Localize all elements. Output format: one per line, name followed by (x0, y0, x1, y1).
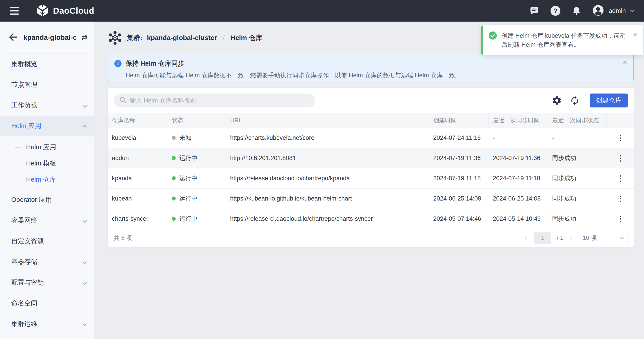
repo-last-sync-time: 2024-07-19 11:18 (488, 168, 548, 188)
banner-title: 保持 Helm 仓库同步 (126, 59, 184, 68)
notification-bell-icon[interactable] (572, 6, 582, 16)
sidebar-subitem-helm-templates[interactable]: — Helm 模板 (0, 155, 94, 172)
search-input[interactable] (130, 97, 310, 104)
search-icon (119, 96, 127, 105)
row-actions-button[interactable]: ⋮ (615, 193, 626, 204)
help-icon[interactable]: ? (550, 6, 561, 16)
row-actions-button[interactable]: ⋮ (615, 173, 626, 184)
repo-last-sync-status: 同步成功 (548, 148, 606, 168)
repo-name: kpanda (108, 168, 167, 188)
success-check-icon (488, 31, 497, 41)
toast-close-icon[interactable]: ✕ (632, 32, 638, 38)
sidebar-item-container-network[interactable]: 容器网络 (0, 210, 94, 231)
dash-icon: — (15, 176, 21, 183)
user-menu[interactable]: admin (592, 5, 634, 17)
repo-last-sync-status: 同步成功 (548, 168, 606, 188)
next-page-icon[interactable] (568, 236, 572, 240)
chevron-down-icon (82, 260, 87, 264)
sidebar-subitem-helm-repos[interactable]: — Helm 仓库 (0, 172, 94, 188)
status-dot (172, 156, 176, 160)
row-actions-button[interactable]: ⋮ (615, 132, 626, 143)
status-dot (172, 196, 176, 200)
repo-created: 2024-07-19 11:36 (429, 148, 488, 168)
back-arrow-icon[interactable] (8, 33, 18, 43)
breadcrumb-cluster: kpanda-global-cluster (147, 34, 217, 42)
breadcrumb-prefix: 集群: (127, 33, 142, 43)
page-total-label: / 1 (557, 234, 563, 241)
repo-last-sync-time: 2024-05-14 10:49 (488, 209, 548, 229)
toast-message: 创建 Helm 仓库 kubevela 任务下发成功，请稍后刷新 Helm 仓库… (502, 31, 627, 49)
repo-status: 运行中 (167, 148, 226, 168)
sidebar-item-workloads[interactable]: 工作负载 (0, 95, 94, 116)
repo-created: 2024-06-25 14:08 (429, 188, 488, 209)
main-content: 集群: kpanda-global-cluster / Helm 仓库 i 保持… (94, 22, 644, 339)
status-dot (172, 136, 176, 140)
table-footer: 共 5 项 / 1 10 项 (108, 229, 634, 247)
dash-icon: — (15, 160, 21, 167)
banner-description: Helm 仓库可能与远端 Helm 仓库数据不一致，您需要手动执行同步仓库操作，… (126, 71, 616, 79)
table-header-row: 仓库名称 状态 URL 创建时间 最近一次同步时间 最近一次同步状态 (108, 113, 634, 128)
sidebar-item-node-management[interactable]: 节点管理 (0, 74, 94, 95)
col-url: URL (226, 113, 429, 128)
menu-icon[interactable] (10, 7, 20, 15)
sidebar-item-namespaces[interactable]: 命名空间 (0, 293, 94, 313)
repo-last-sync-status: 同步成功 (548, 209, 606, 229)
col-last-sync-status: 最近一次同步状态 (548, 113, 606, 128)
chevron-down-icon (82, 280, 87, 285)
page-size-select[interactable]: 10 项 (578, 232, 628, 244)
repo-created: 2024-05-07 14:46 (429, 209, 488, 229)
more-icon: ⋮ (617, 154, 624, 162)
total-count-label: 共 5 项 (114, 234, 132, 242)
row-actions-button[interactable]: ⋮ (615, 213, 626, 224)
avatar (592, 5, 604, 17)
sidebar-subitem-helm-apps[interactable]: — Helm 应用 (0, 139, 94, 155)
breadcrumb-separator: / (223, 34, 225, 41)
page-number-input[interactable] (534, 232, 551, 244)
banner-close-icon[interactable]: ✕ (622, 60, 628, 66)
more-icon: ⋮ (617, 214, 624, 223)
repo-url: https://release-ci.daocloud.io/chartrepo… (226, 209, 429, 229)
more-icon: ⋮ (617, 174, 624, 183)
sidebar: kpanda-global-cl... ⇄ 集群概览 节点管理 工作负载 Hel… (0, 22, 94, 339)
refresh-icon[interactable] (570, 95, 580, 106)
brand-logo: DaoCloud (36, 4, 94, 18)
col-repo-name: 仓库名称 (108, 113, 167, 128)
repo-list-card: 创建仓库 仓库名称 状态 URL 创建时间 最近一次同步时间 最近一次同步状态 … (108, 88, 634, 247)
col-created: 创建时间 (429, 113, 488, 128)
sidebar-item-custom-resources[interactable]: 自定义资源 (0, 231, 94, 251)
repo-last-sync-time: 2024-07-19 11:36 (488, 148, 548, 168)
col-actions (606, 113, 634, 128)
table-row: charts-syncer 运行中 https://release-ci.dao… (108, 209, 634, 229)
chevron-down-icon (82, 103, 87, 108)
page-size-value: 10 项 (583, 234, 620, 242)
table-row: kubevela 未知 https://charts.kubevela.net/… (108, 128, 634, 148)
repo-url: https://release.daocloud.io/chartrepo/kp… (226, 168, 429, 188)
sidebar-item-operator-apps[interactable]: Operator 应用 (0, 189, 94, 210)
switch-cluster-icon[interactable]: ⇄ (81, 34, 88, 41)
sidebar-item-cluster-overview[interactable]: 集群概览 (0, 54, 94, 74)
row-actions-button[interactable]: ⋮ (615, 152, 626, 164)
col-status: 状态 (167, 113, 226, 128)
sidebar-item-cluster-ops[interactable]: 集群运维 (0, 313, 94, 334)
settings-gear-icon[interactable] (552, 95, 562, 106)
repo-last-sync-status: - (548, 128, 606, 148)
create-repo-button[interactable]: 创建仓库 (590, 94, 628, 108)
username-label: admin (609, 7, 626, 15)
sidebar-item-helm-apps[interactable]: Helm 应用 (0, 116, 94, 136)
repo-status: 运行中 (167, 188, 226, 209)
prev-page-icon[interactable] (525, 236, 529, 240)
table-row: kubean 运行中 https://kubean-io.github.io/k… (108, 188, 634, 209)
repo-last-sync-time: - (488, 128, 548, 148)
dash-icon: — (15, 144, 21, 151)
chevron-down-icon (82, 322, 87, 326)
breadcrumb-current: Helm 仓库 (230, 33, 262, 43)
brand-name: DaoCloud (53, 6, 94, 16)
question-glyph: ? (554, 7, 558, 15)
sidebar-item-container-storage[interactable]: 容器存储 (0, 251, 94, 272)
message-icon[interactable] (529, 6, 540, 16)
repo-url: https://kubean-io.github.io/kubean-helm-… (226, 188, 429, 209)
info-icon: i (114, 60, 122, 67)
repo-created: 2024-07-24 11:16 (429, 128, 488, 148)
repo-url: http://10.6.201.201:8081 (226, 148, 429, 168)
sidebar-item-config-secrets[interactable]: 配置与密钥 (0, 272, 94, 293)
